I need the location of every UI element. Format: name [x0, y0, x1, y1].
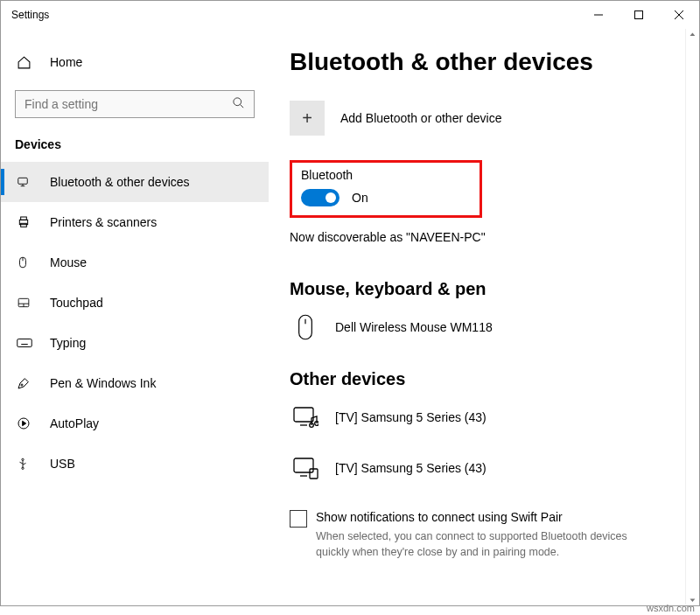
- section-mouse-heading: Mouse, keyboard & pen: [290, 279, 678, 299]
- device-row-mouse[interactable]: Dell Wireless Mouse WM118: [290, 311, 678, 343]
- device-row-tv[interactable]: [TV] Samsung 5 Series (43): [290, 402, 678, 433]
- svg-rect-31: [294, 408, 313, 422]
- sidebar: Home Devices Bluetooth & other devices: [1, 29, 269, 605]
- swift-pair-label: Show notifications to connect using Swif…: [316, 510, 678, 524]
- window-title: Settings: [11, 9, 49, 21]
- nav-label: AutoPlay: [50, 416, 99, 430]
- svg-point-26: [22, 458, 24, 460]
- bluetooth-toggle-state: On: [352, 191, 368, 205]
- home-icon: [17, 55, 32, 70]
- page-title: Bluetooth & other devices: [290, 48, 678, 76]
- nav-label: Bluetooth & other devices: [50, 175, 190, 189]
- nav-printers[interactable]: Printers & scanners: [1, 202, 269, 242]
- bluetooth-highlight-box: Bluetooth On: [290, 160, 482, 218]
- scroll-down-icon: ▼: [689, 597, 697, 603]
- svg-marker-25: [23, 421, 26, 425]
- nav-label: USB: [50, 457, 75, 471]
- nav-label: Typing: [50, 336, 86, 350]
- swift-pair-checkbox[interactable]: [290, 510, 307, 528]
- nav-pen[interactable]: Pen & Windows Ink: [1, 363, 269, 403]
- svg-rect-1: [635, 11, 643, 19]
- nav-bluetooth[interactable]: Bluetooth & other devices: [1, 162, 269, 202]
- svg-line-5: [240, 104, 243, 108]
- printer-icon: [17, 215, 32, 229]
- svg-rect-35: [294, 458, 313, 472]
- nav-label: Touchpad: [50, 296, 103, 310]
- add-device-label: Add Bluetooth or other device: [340, 111, 501, 125]
- mouse-icon: [17, 255, 32, 270]
- close-button[interactable]: [659, 1, 699, 29]
- nav-mouse[interactable]: Mouse: [1, 242, 269, 283]
- svg-point-28: [22, 467, 24, 469]
- search-icon: [232, 96, 245, 112]
- touchpad-icon: [17, 297, 32, 309]
- svg-point-23: [21, 384, 23, 386]
- main-panel: Bluetooth & other devices + Add Bluetoot…: [269, 29, 699, 605]
- nav-touchpad[interactable]: Touchpad: [1, 283, 269, 323]
- minimize-button[interactable]: [578, 1, 619, 29]
- nav-autoplay[interactable]: AutoPlay: [1, 403, 269, 444]
- nav-label: Printers & scanners: [50, 215, 157, 229]
- search-box[interactable]: [15, 90, 255, 118]
- svg-rect-29: [299, 315, 312, 339]
- svg-rect-17: [18, 339, 32, 347]
- autoplay-icon: [17, 416, 32, 430]
- bluetooth-label: Bluetooth: [301, 168, 471, 182]
- nav-label: Pen & Windows Ink: [50, 376, 156, 390]
- nav-usb[interactable]: USB: [1, 444, 269, 484]
- section-other-heading: Other devices: [290, 369, 678, 389]
- home-label: Home: [50, 55, 82, 69]
- scrollbar[interactable]: ▲ ▼: [685, 29, 699, 605]
- watermark: wsxdn.com: [647, 603, 695, 613]
- add-device-button[interactable]: + Add Bluetooth or other device: [290, 101, 678, 136]
- device-name: [TV] Samsung 5 Series (43): [335, 410, 486, 424]
- device-name: Dell Wireless Mouse WM118: [335, 320, 493, 334]
- tv-cast-icon: [290, 452, 321, 484]
- keyboard-icon: [17, 338, 32, 348]
- svg-point-4: [234, 98, 242, 106]
- usb-icon: [17, 456, 32, 472]
- bluetooth-icon: [17, 174, 32, 190]
- section-devices: Devices: [1, 134, 269, 162]
- device-row-tv[interactable]: [TV] Samsung 5 Series (43): [290, 452, 678, 484]
- titlebar: Settings: [1, 1, 699, 29]
- device-name: [TV] Samsung 5 Series (43): [335, 461, 486, 475]
- nav-label: Mouse: [50, 255, 87, 269]
- discoverable-text: Now discoverable as "NAVEEN-PC": [290, 230, 678, 244]
- svg-rect-11: [21, 223, 27, 227]
- scroll-up-icon: ▲: [689, 31, 697, 37]
- pen-icon: [17, 376, 32, 390]
- swift-pair-help: When selected, you can connect to suppor…: [316, 529, 678, 560]
- mouse-device-icon: [290, 311, 321, 343]
- svg-rect-10: [21, 217, 27, 220]
- nav-typing[interactable]: Typing: [1, 323, 269, 363]
- home-link[interactable]: Home: [1, 45, 269, 80]
- svg-rect-6: [18, 178, 28, 184]
- plus-icon: +: [290, 101, 325, 136]
- maximize-button[interactable]: [619, 1, 659, 29]
- search-input[interactable]: [24, 97, 232, 111]
- bluetooth-toggle[interactable]: [301, 189, 340, 206]
- tv-music-icon: [290, 402, 321, 433]
